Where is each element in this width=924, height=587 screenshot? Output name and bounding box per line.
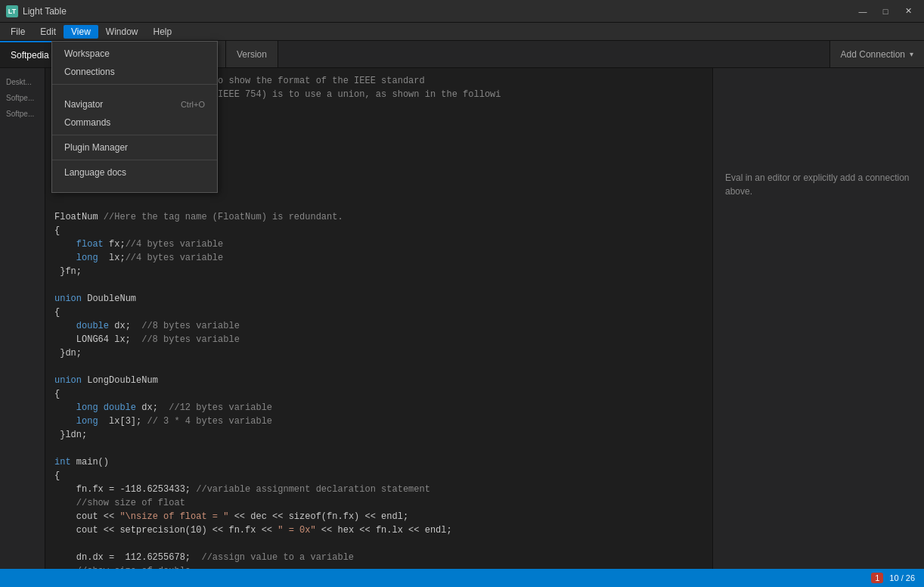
line-position: 10 / 26 xyxy=(889,573,915,582)
menu-plugin-manager[interactable]: Commands xyxy=(52,113,217,132)
menu-developer-tools[interactable] xyxy=(52,182,217,189)
sidebar: Deskt... Softpe... Softpe... xyxy=(0,68,45,569)
chevron-down-icon: ▾ xyxy=(910,50,913,58)
app-icon: LT xyxy=(6,5,18,17)
line-info: 1 10 / 26 xyxy=(871,573,915,583)
sidebar-item-1[interactable]: Deskt... xyxy=(0,74,45,90)
minimize-button[interactable]: — xyxy=(853,4,873,19)
menu-navigator[interactable] xyxy=(52,88,217,95)
dropdown-separator-2 xyxy=(52,135,217,135)
dropdown-separator-3 xyxy=(52,160,217,160)
menu-workspace[interactable]: Workspace xyxy=(52,45,217,63)
menu-view[interactable]: View xyxy=(64,25,98,39)
window-controls: — □ ✕ xyxy=(853,4,918,19)
menu-language-docs[interactable]: Plugin Manager xyxy=(52,138,217,157)
dropdown-separator-1 xyxy=(52,84,217,85)
menu-help[interactable]: Help xyxy=(146,25,180,39)
menu-edit[interactable]: Edit xyxy=(33,25,64,39)
app-title: Light Table xyxy=(23,6,853,17)
menu-bar: File Edit View Window Help xyxy=(0,23,924,41)
line-badge: 1 xyxy=(871,573,883,583)
maximize-button[interactable]: □ xyxy=(876,4,895,19)
close-button[interactable]: ✕ xyxy=(898,4,918,19)
sidebar-item-2[interactable]: Softpe... xyxy=(0,90,45,106)
view-dropdown-menu: Workspace Connections Navigator Ctrl+O C… xyxy=(51,41,218,193)
sidebar-item-3[interactable]: Softpe... xyxy=(0,106,45,122)
menu-connections[interactable]: Connections xyxy=(52,63,217,81)
add-connection-tab[interactable]: Add Connection ▾ xyxy=(829,41,924,67)
status-bar: 1 10 / 26 xyxy=(0,569,924,587)
title-bar: LT Light Table — □ ✕ xyxy=(0,0,924,23)
menu-file[interactable]: File xyxy=(3,25,33,39)
menu-console[interactable]: Language docs xyxy=(52,163,217,182)
right-panel: Eval in an editor or explicitly add a co… xyxy=(712,68,924,569)
menu-window[interactable]: Window xyxy=(98,25,146,39)
tab-version[interactable]: Version xyxy=(226,41,278,67)
connection-hint: Eval in an editor or explicitly add a co… xyxy=(725,171,912,198)
menu-commands[interactable]: Navigator Ctrl+O xyxy=(52,95,217,113)
